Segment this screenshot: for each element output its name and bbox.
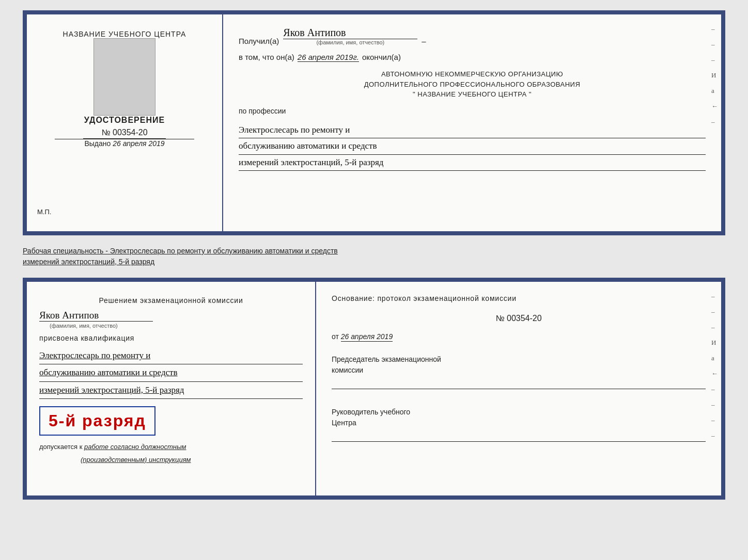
rukovod-label2: Центра: [332, 418, 706, 428]
chairman-block: Председатель экзаменационной комиссии: [332, 354, 706, 389]
proto-number: № 00354-20: [332, 314, 706, 323]
poluchil-label: Получил(а): [239, 37, 279, 45]
rukovod-block: Руководитель учебного Центра: [332, 407, 706, 442]
ot-date-line: от 26 апреля 2019: [332, 332, 706, 341]
qual-profession-lines: Электрослесарь по ремонту и обслуживанию…: [39, 347, 303, 399]
org-line2: ДОПОЛНИТЕЛЬНОГО ПРОФЕССИОНАЛЬНОГО ОБРАЗО…: [239, 79, 706, 90]
fio-sublabel-qual: (фамилия, имя, отчество): [50, 323, 118, 329]
ot-label: от: [332, 332, 339, 341]
org-line3: " НАЗВАНИЕ УЧЕБНОГО ЦЕНТРА ": [239, 89, 706, 100]
rukovod-label: Руководитель учебного: [332, 407, 706, 418]
fio-sublabel-top: (фамилия, имя, отчество): [316, 39, 384, 45]
prisvoena-label: присвоена квалификация: [39, 334, 303, 342]
razryad-text: 5-й разряд: [49, 411, 146, 430]
chairman-signature-line: [332, 380, 706, 389]
profession-lines: Электрослесарь по ремонту и обслуживанию…: [239, 122, 706, 171]
qual-right-panel: Основание: протокол экзаменационной коми…: [316, 282, 721, 495]
middle-label: Рабочая специальность - Электрослесарь п…: [23, 244, 725, 269]
qual-left-panel: Решением экзаменационной комиссии Яков А…: [27, 282, 316, 495]
vtom-date: 26 апреля 2019г.: [298, 53, 359, 62]
qual-line1: Электрослесарь по ремонту и: [39, 347, 303, 364]
ot-date: 26 апреля 2019: [341, 332, 393, 342]
vtom-label: в том, что он(а): [239, 53, 294, 61]
middle-text1: Рабочая специальность - Электрослесарь п…: [23, 247, 338, 255]
rukovod-signature-line: [332, 433, 706, 442]
recipient-line: Получил(а) Яков Антипов (фамилия, имя, о…: [239, 27, 706, 45]
qual-line2: обслуживанию автоматики и средств: [39, 364, 303, 381]
qual-card: Решением экзаменационной комиссии Яков А…: [23, 278, 725, 500]
razryad-badge: 5-й разряд: [39, 406, 155, 436]
side-dashes-top: – – – И а ← –: [711, 25, 718, 126]
org-line1: АВТОНОМНУЮ НЕКОММЕРЧЕСКУЮ ОРГАНИЗАЦИЮ: [239, 69, 706, 79]
recipient-name: Яков Антипов: [283, 27, 417, 39]
udostoverenie-number: № 00354-20: [83, 128, 166, 139]
osnovanie-label: Основание: протокол экзаменационной коми…: [332, 294, 706, 302]
qual-name: Яков Антипов: [39, 310, 153, 322]
profession-line1: Электрослесарь по ремонту и: [239, 122, 706, 139]
diploma-right-panel: Получил(а) Яков Антипов (фамилия, имя, о…: [223, 14, 721, 231]
vtom-line: в том, что он(а) 26 апреля 2019г. окончи…: [239, 53, 706, 62]
vydano-date: 26 апреля 2019: [113, 139, 164, 148]
top-diploma-card: НАЗВАНИЕ УЧЕБНОГО ЦЕНТРА УДОСТОВЕРЕНИЕ №…: [23, 10, 725, 235]
dopuskaetsya-cursive2: (производственным) инструкциям: [81, 456, 303, 463]
vydano-label: Выдано: [84, 139, 111, 148]
dopuskaetsya-cursive: работе согласно должностным: [84, 443, 186, 451]
side-dashes-qual: – – – И а ← – – – –: [711, 292, 718, 440]
mp-label: М.П.: [37, 208, 51, 216]
org-name-top: НАЗВАНИЕ УЧЕБНОГО ЦЕНТРА: [63, 30, 186, 38]
resheniem-label: Решением экзаменационной комиссии: [39, 296, 303, 305]
vydano-line: Выдано 26 апреля 2019: [84, 139, 164, 148]
middle-text2: измерений электростанций, 5-й разряд: [23, 258, 154, 266]
dopuskaetsya-label: допускается к: [39, 443, 82, 451]
dopuskaetsya-line: допускается к работе согласно должностны…: [39, 443, 303, 451]
udostoverenie-title: УДОСТОВЕРЕНИЕ: [84, 116, 165, 125]
profession-line2: обслуживанию автоматики и средств: [239, 138, 706, 155]
qual-line3: измерений электростанций, 5-й разряд: [39, 382, 303, 399]
chairman-label2: комиссии: [332, 365, 706, 376]
po-professii-label: по профессии: [239, 107, 706, 115]
diploma-left-panel: НАЗВАНИЕ УЧЕБНОГО ЦЕНТРА УДОСТОВЕРЕНИЕ №…: [27, 14, 223, 231]
photo-placeholder: [93, 38, 155, 116]
chairman-label: Председатель экзаменационной: [332, 354, 706, 365]
dash-recipient: –: [422, 37, 426, 45]
profession-line3: измерений электростанций, 5-й разряд: [239, 155, 706, 171]
okoncil-label: окончил(а): [362, 53, 401, 61]
org-block: АВТОНОМНУЮ НЕКОММЕРЧЕСКУЮ ОРГАНИЗАЦИЮ ДО…: [239, 69, 706, 100]
